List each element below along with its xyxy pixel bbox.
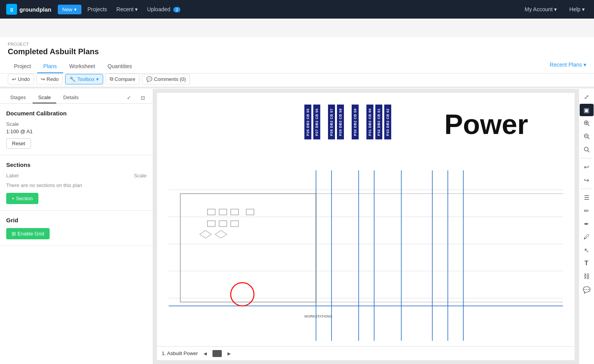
col-0: P26 DB2 CB 55 xyxy=(304,105,311,139)
redo-button[interactable]: ↪ Redo xyxy=(36,74,63,84)
svg-marker-23 xyxy=(200,230,211,238)
tab-project[interactable]: Project xyxy=(8,60,37,73)
toolbox-button[interactable]: 🔧 Toolbox ▾ xyxy=(65,74,103,84)
zoom-in-tool[interactable] xyxy=(580,117,594,129)
project-header: PROJECT Completed Asbuilt Plans Project … xyxy=(0,37,594,74)
uploaded-link[interactable]: Uploaded 2 xyxy=(144,5,183,14)
grid-section: Grid ⊞ Enable Grid xyxy=(0,211,153,246)
text-tool[interactable]: T xyxy=(580,257,594,270)
bottom-plan-nav: 1. Asbuilt Power ◄ ► xyxy=(157,346,575,360)
col-5: P31 DB2 CB 60 xyxy=(366,105,373,139)
zoom-fit-tool[interactable] xyxy=(580,143,594,156)
recent-link[interactable]: Recent ▾ xyxy=(113,5,141,14)
left-panel-tabs: Stages Scale Details ✓ ⊡ xyxy=(0,89,153,104)
pointer-tool[interactable]: ↖ xyxy=(580,244,594,256)
uploaded-badge: 2 xyxy=(173,7,180,12)
svg-rect-14 xyxy=(180,194,316,302)
recent-plans-button[interactable]: Recent Plans ▾ xyxy=(550,62,586,72)
reset-button[interactable]: Reset xyxy=(6,138,31,149)
label-col-header: Label xyxy=(6,173,134,179)
my-account-link[interactable]: My Account ▾ xyxy=(521,5,560,14)
nav-right: My Account ▾ Help ▾ xyxy=(521,5,588,14)
zoom-in-icon xyxy=(584,120,590,126)
scale-col-header: Scale xyxy=(134,173,147,179)
tab-quantities[interactable]: Quantities xyxy=(101,60,138,73)
svg-rect-20 xyxy=(207,221,215,227)
document-calibration-title: Document Calibration xyxy=(6,110,147,117)
scale-value: 1:100 @ A1 xyxy=(6,129,147,134)
svg-marker-24 xyxy=(215,230,227,238)
edit-tool[interactable]: 🖊 xyxy=(580,231,594,243)
layers-tool[interactable]: ▣ xyxy=(580,104,594,116)
prev-plan-button[interactable]: ◄ xyxy=(201,350,209,357)
help-link[interactable]: Help ▾ xyxy=(566,5,588,14)
sections-title: Sections xyxy=(6,161,147,168)
enable-grid-button[interactable]: ⊞ Enable Grid xyxy=(6,228,50,239)
left-panel: Stages Scale Details ✓ ⊡ Document Calibr… xyxy=(0,89,153,364)
svg-rect-16 xyxy=(207,209,215,215)
comments-button[interactable]: 💬 Comments (0) xyxy=(142,74,190,84)
zoom-out-icon xyxy=(584,133,590,139)
undo-icon: ↩ xyxy=(12,76,16,82)
pen-tool[interactable]: ✒ xyxy=(580,218,594,230)
add-section-button[interactable]: + Section xyxy=(6,193,38,204)
svg-rect-18 xyxy=(231,209,238,215)
blue-columns-group: P26 DB2 CB 55 P27 DB2 CB 56 P28 DB2 CB 5… xyxy=(304,105,391,139)
next-plan-button[interactable]: ► xyxy=(225,350,233,357)
col-7: P33 DB2 CB 62 xyxy=(384,105,391,139)
grid-icon: ⊞ xyxy=(12,231,16,237)
sections-header: Label Scale xyxy=(6,173,147,179)
power-title: Power xyxy=(444,108,528,140)
project-tabs: Project Plans Worksheet Quantities xyxy=(8,60,138,73)
tab-stages[interactable]: Stages xyxy=(5,92,31,103)
blueprint-area: WORKSTATIONS xyxy=(169,170,563,341)
wrench-icon: 🔧 xyxy=(69,76,76,82)
svg-rect-17 xyxy=(219,209,227,215)
svg-line-35 xyxy=(588,151,589,152)
project-label: PROJECT xyxy=(8,42,586,46)
svg-point-25 xyxy=(231,283,254,306)
col-1: P27 DB2 CB 56 xyxy=(313,105,320,139)
col-3: P29 DB2 CB 58 xyxy=(337,105,344,139)
plan-nav-name: 1. Asbuilt Power xyxy=(162,350,198,356)
projects-link[interactable]: Projects xyxy=(85,5,111,14)
plan-nav-center xyxy=(212,350,222,357)
divider-2 xyxy=(580,189,592,189)
comment-icon: 💬 xyxy=(146,76,152,82)
tab-plans[interactable]: Plans xyxy=(37,60,63,73)
draw-tool[interactable]: ✏ xyxy=(580,204,594,217)
compare-button[interactable]: ⧉ Compare xyxy=(105,74,140,84)
list-tool[interactable]: ☰ xyxy=(580,191,594,204)
col-4: P30 DB2 CB 59 xyxy=(352,105,359,139)
undo-button[interactable]: ↩ Undo xyxy=(8,74,34,84)
tab-scale[interactable]: Scale xyxy=(33,92,56,103)
svg-rect-21 xyxy=(219,221,227,227)
grid-title: Grid xyxy=(6,217,147,223)
zoom-out-tool[interactable] xyxy=(580,130,594,143)
chat-tool[interactable]: 💬 xyxy=(580,283,594,296)
svg-rect-22 xyxy=(231,221,238,227)
compare-icon: ⧉ xyxy=(110,76,113,82)
link-tool[interactable]: ⛓ xyxy=(580,270,594,283)
svg-line-32 xyxy=(588,137,589,139)
sections-empty-message: There are no sections on this plan xyxy=(6,182,147,188)
svg-text:WORKSTATIONS: WORKSTATIONS xyxy=(304,314,332,318)
svg-point-34 xyxy=(584,147,588,151)
svg-rect-19 xyxy=(246,209,254,215)
tab-worksheet[interactable]: Worksheet xyxy=(63,60,102,73)
check-icon-btn[interactable]: ✓ xyxy=(123,93,134,103)
zoom-fit-icon xyxy=(584,146,590,153)
canvas-area[interactable]: Power P26 DB2 CB 55 P27 DB2 CB 56 P28 DB… xyxy=(153,89,578,364)
scale-label: Scale xyxy=(6,121,147,127)
divider-1 xyxy=(580,158,592,158)
bookmark-icon-btn[interactable]: ⊡ xyxy=(137,93,148,103)
top-navigation: g groundplan New ▾ Projects Recent ▾ Upl… xyxy=(0,0,594,19)
expand-tool[interactable]: ⤢ xyxy=(580,91,594,103)
main-layout: Stages Scale Details ✓ ⊡ Document Calibr… xyxy=(0,89,594,364)
tab-details[interactable]: Details xyxy=(58,92,84,103)
blueprint-svg: WORKSTATIONS xyxy=(169,170,563,341)
svg-rect-15 xyxy=(316,194,563,302)
undo-tool[interactable]: ↩ xyxy=(580,161,594,173)
redo-tool[interactable]: ↪ xyxy=(580,174,594,186)
new-button[interactable]: New ▾ xyxy=(58,5,81,14)
